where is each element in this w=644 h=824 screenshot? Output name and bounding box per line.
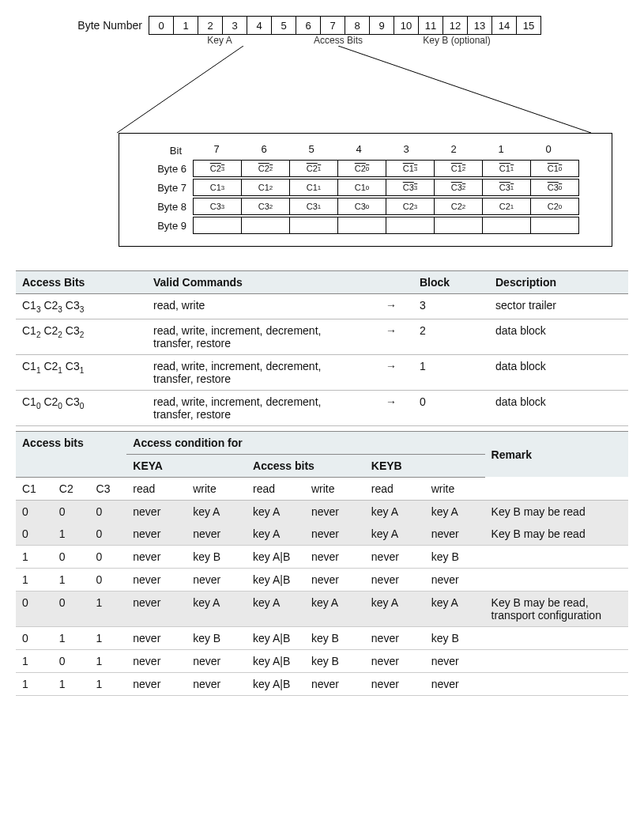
byte-number-label: Byte Number — [63, 19, 149, 32]
t2-val-cell: never — [305, 568, 365, 591]
t1-access-bits-cell: C13 C23 C33 — [16, 294, 147, 319]
t2-val-cell: never — [425, 568, 485, 591]
t2-sh-write2: write — [305, 477, 365, 500]
bit-cell: C10 — [531, 161, 578, 176]
t2-c-cell: 0 — [90, 568, 127, 591]
t2-h-access-bits-sub: Access bits — [247, 454, 365, 477]
bit-cell: C12 — [242, 180, 290, 195]
t2-val-cell: key B — [186, 626, 247, 649]
byte-row: Byte 8C33C32C31C30C23C22C21C20 — [131, 198, 600, 215]
t2-sh-c2: C2 — [53, 477, 90, 500]
t2-sh-write: write — [186, 477, 247, 500]
bit-cell — [338, 217, 386, 233]
t2-val-cell: never — [186, 568, 247, 591]
byte-row-label: Byte 9 — [131, 220, 193, 232]
byte-number-cell: 2 — [198, 17, 223, 34]
t2-val-cell: never — [126, 523, 186, 546]
t2-c-cell: 0 — [53, 545, 90, 568]
group-key-b: Key B (optional) — [386, 35, 528, 46]
bit-cell: C12 — [435, 161, 483, 176]
bit-cell: C10 — [338, 180, 386, 195]
byte-number-cell: 6 — [296, 17, 321, 34]
t2-sh-write3: write — [425, 477, 485, 500]
byte-number-cell: 13 — [468, 17, 492, 34]
bit-header-cell: 3 — [382, 143, 430, 158]
t1-access-bits-cell: C11 C21 C31 — [16, 354, 147, 390]
bit-cell: C20 — [338, 161, 386, 176]
bit-cell: C20 — [531, 198, 578, 214]
t2-val-cell: never — [126, 672, 186, 695]
t2-val-cell: never — [365, 626, 425, 649]
bit-cell: C11 — [290, 180, 338, 195]
t2-val-cell: key A|B — [247, 545, 305, 568]
t2-val-cell: never — [365, 568, 425, 591]
bit-cell: C13 — [194, 180, 242, 195]
byte-number-cell: 11 — [419, 17, 443, 34]
svg-line-0 — [117, 46, 243, 133]
t2-h-access-bits: Access bits — [16, 431, 126, 454]
t2-val-cell: key A|B — [247, 626, 305, 649]
t2-c-cell: 1 — [16, 568, 53, 591]
t2-c-cell: 1 — [53, 672, 90, 695]
byte-row: Byte 9 — [131, 217, 600, 234]
t2-val-cell: never — [126, 545, 186, 568]
byte-number-cell: 0 — [149, 17, 174, 34]
bit-cell: C31 — [483, 180, 531, 195]
t2-val-cell: key A — [247, 591, 305, 626]
t2-h-remark: Remark — [485, 431, 628, 477]
t2-c-cell: 0 — [16, 500, 53, 523]
t1-block-cell: 0 — [413, 390, 489, 425]
byte-row-cells — [193, 217, 579, 234]
bit-cell — [290, 217, 338, 233]
t1-desc-cell: sector trailer — [489, 294, 628, 319]
byte-number-cell: 1 — [174, 17, 198, 34]
t2-val-cell: key B — [305, 649, 365, 672]
t2-remark-cell — [485, 626, 628, 649]
byte-number-cell: 3 — [223, 17, 247, 34]
t2-val-cell: never — [126, 649, 186, 672]
t2-val-cell: never — [126, 500, 186, 523]
bit-cell — [242, 217, 290, 233]
bit-cell: C30 — [531, 180, 578, 195]
t1-access-bits-cell: C10 C20 C30 — [16, 390, 147, 425]
t2-c-cell: 0 — [90, 500, 127, 523]
bit-cell: C31 — [290, 198, 338, 214]
byte-row-label: Byte 8 — [131, 201, 193, 213]
table-row: 111neverneverkey A|Bnevernevernever — [16, 672, 628, 695]
t2-val-cell: never — [126, 568, 186, 591]
t2-remark-cell — [485, 568, 628, 591]
group-access-bits: Access Bits — [291, 35, 386, 46]
table-row: 010neverneverkey Aneverkey AneverKey B m… — [16, 523, 628, 546]
t1-h-valid-commands: Valid Commands — [147, 271, 369, 294]
byte-row-cells: C13C12C11C10C33C32C31C30 — [193, 179, 579, 196]
byte-row-label: Byte 6 — [131, 163, 193, 175]
table-row: 100neverkey Bkey A|Bneverneverkey B — [16, 545, 628, 568]
t2-val-cell: key A — [186, 591, 247, 626]
t2-val-cell: key A|B — [247, 568, 305, 591]
byte-row-cells: C23C22C21C20C13C12C11C10 — [193, 160, 579, 177]
t2-val-cell: key A — [365, 591, 425, 626]
t2-c-cell: 0 — [16, 626, 53, 649]
bit-header-cell: 0 — [525, 143, 572, 158]
t2-val-cell: key B — [425, 545, 485, 568]
t2-c-cell: 1 — [16, 672, 53, 695]
t2-h-keyb: KEYB — [365, 454, 485, 477]
byte-number-cell: 9 — [370, 17, 394, 34]
t2-val-cell: never — [126, 591, 186, 626]
t2-val-cell: never — [365, 545, 425, 568]
t2-val-cell: never — [305, 500, 365, 523]
table-row: C11 C21 C31read, write, increment, decre… — [16, 354, 628, 390]
table-row: 000neverkey Akey Aneverkey Akey AKey B m… — [16, 500, 628, 523]
bit-label: Bit — [170, 145, 186, 157]
t2-c-cell: 1 — [90, 591, 127, 626]
t2-h-access-condition-for: Access condition for — [126, 431, 484, 454]
bit-cell: C32 — [435, 180, 483, 195]
t2-val-cell: key A — [305, 591, 365, 626]
t2-val-cell: never — [425, 523, 485, 546]
bit-cell — [435, 217, 483, 233]
t2-val-cell: never — [365, 672, 425, 695]
access-bits-detail: Bit 76543210 Byte 6C23C22C21C20C13C12C11… — [119, 133, 612, 247]
arrow-icon: → — [369, 354, 413, 390]
table-row: 101neverneverkey A|Bkey Bnevernever — [16, 649, 628, 672]
arrow-icon: → — [369, 319, 413, 354]
